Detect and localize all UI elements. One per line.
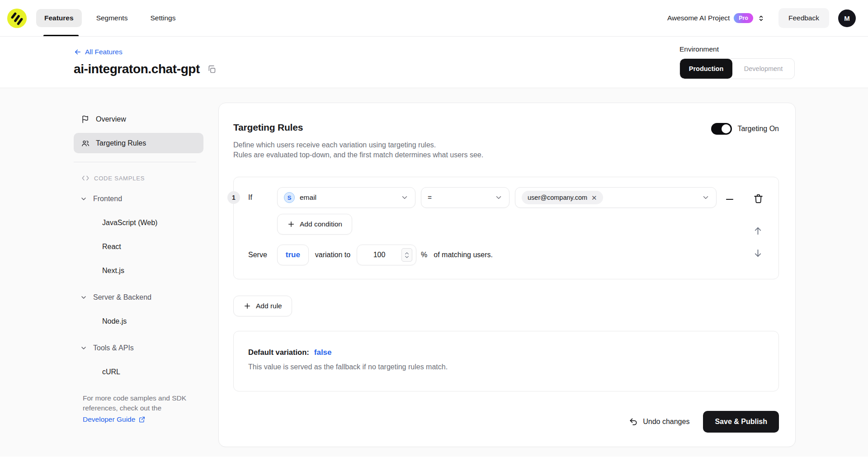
sidebar-item-overview[interactable]: Overview bbox=[74, 109, 203, 129]
delete-rule-button[interactable] bbox=[751, 191, 766, 206]
primary-tabs: Features Segments Settings bbox=[36, 9, 184, 27]
serve-middle-text: variation to bbox=[315, 251, 350, 259]
user-avatar[interactable]: M bbox=[838, 9, 856, 27]
project-switcher[interactable]: Awesome AI Project Pro bbox=[667, 13, 765, 23]
nav-right: Awesome AI Project Pro Feedback M bbox=[667, 8, 856, 28]
sidebar: Overview Targeting Rules CODE SAMPLES bbox=[74, 109, 203, 424]
add-condition-button[interactable]: Add condition bbox=[277, 214, 352, 235]
remove-condition-button[interactable] bbox=[722, 192, 737, 207]
rule-card: 1 If S email = u bbox=[233, 177, 779, 279]
default-variation-description: This value is served as the fallback if … bbox=[248, 363, 764, 371]
value-tag: user@company.com ✕ bbox=[522, 191, 603, 204]
environment-development[interactable]: Development bbox=[732, 59, 794, 79]
number-stepper[interactable] bbox=[401, 248, 412, 262]
undo-changes-button[interactable]: Undo changes bbox=[629, 417, 689, 426]
arrow-left-icon bbox=[74, 48, 82, 56]
tab-features[interactable]: Features bbox=[36, 9, 82, 27]
users-icon bbox=[81, 139, 90, 148]
serve-row: Serve true variation to 100 % of matchin… bbox=[248, 245, 778, 265]
environment-label: Environment bbox=[679, 45, 795, 53]
move-rule-up-button[interactable] bbox=[751, 224, 765, 238]
if-label: If bbox=[248, 193, 277, 202]
default-variation-card: Default variation: false This value is s… bbox=[233, 331, 779, 391]
developer-guide-link[interactable]: Developer Guide bbox=[83, 415, 146, 424]
chevron-down-icon bbox=[80, 195, 87, 203]
environment-toggle: Production Development bbox=[679, 58, 795, 79]
sidebar-footer-note: For more code samples and SDK references… bbox=[74, 393, 203, 424]
attribute-select[interactable]: S email bbox=[277, 187, 415, 208]
top-nav: Features Segments Settings Awesome AI Pr… bbox=[0, 0, 868, 37]
chevron-down-icon bbox=[495, 193, 503, 202]
plus-icon bbox=[287, 220, 295, 228]
chevron-down-icon bbox=[702, 193, 710, 202]
toggle-knob bbox=[722, 124, 731, 133]
feedback-button[interactable]: Feedback bbox=[778, 8, 829, 28]
panel-description: Define which users receive each variatio… bbox=[233, 140, 483, 160]
chevron-down-icon bbox=[80, 344, 87, 352]
serve-suffix-text: of matching users. bbox=[434, 251, 493, 259]
active-tab-indicator bbox=[43, 35, 79, 36]
default-variation-value[interactable]: false bbox=[314, 348, 332, 357]
percentage-value: 100 bbox=[357, 251, 401, 259]
feature-title: ai-integraton.chat-gpt bbox=[74, 62, 200, 76]
content-area: Overview Targeting Rules CODE SAMPLES bbox=[0, 88, 868, 457]
sidebar-group-server-backend[interactable]: Server & Backend bbox=[74, 285, 203, 309]
sidebar-item-curl[interactable]: cURL bbox=[74, 360, 203, 384]
environment-switcher: Environment Production Development bbox=[679, 45, 795, 79]
operator-select[interactable]: = bbox=[421, 187, 509, 208]
sidebar-item-nodejs[interactable]: Node.js bbox=[74, 309, 203, 333]
percentage-input[interactable]: 100 bbox=[357, 245, 416, 265]
tab-segments[interactable]: Segments bbox=[88, 9, 136, 27]
sidebar-item-targeting-rules[interactable]: Targeting Rules bbox=[74, 133, 203, 153]
code-samples-heading: CODE SAMPLES bbox=[74, 170, 203, 187]
string-type-icon: S bbox=[284, 192, 295, 203]
feature-header: All Features ai-integraton.chat-gpt Envi… bbox=[0, 37, 868, 88]
project-name: Awesome AI Project bbox=[667, 14, 730, 22]
plan-badge: Pro bbox=[734, 13, 753, 23]
variation-select[interactable]: true bbox=[277, 245, 309, 265]
condition-row: If S email = user@company.com bbox=[248, 187, 778, 208]
move-rule-down-button[interactable] bbox=[751, 246, 765, 260]
sidebar-group-frontend[interactable]: Frontend bbox=[74, 187, 203, 211]
external-link-icon bbox=[138, 416, 146, 423]
chevron-down-icon bbox=[401, 193, 409, 202]
code-icon bbox=[81, 174, 90, 182]
back-to-all-features-link[interactable]: All Features bbox=[74, 48, 123, 56]
environment-production[interactable]: Production bbox=[680, 59, 732, 79]
rule-index-badge: 1 bbox=[227, 191, 240, 204]
sidebar-group-tools-apis[interactable]: Tools & APIs bbox=[74, 336, 203, 360]
panel-heading-block: Targeting Rules Define which users recei… bbox=[233, 122, 483, 160]
attribute-value: email bbox=[300, 193, 316, 202]
sidebar-item-react[interactable]: React bbox=[74, 235, 203, 259]
plus-icon bbox=[243, 302, 251, 310]
tab-settings[interactable]: Settings bbox=[142, 9, 184, 27]
value-multiselect[interactable]: user@company.com ✕ bbox=[515, 187, 717, 208]
undo-icon bbox=[629, 417, 638, 426]
panel-footer: Undo changes Save & Publish bbox=[233, 411, 779, 433]
sidebar-item-javascript-web[interactable]: JavaScript (Web) bbox=[74, 211, 203, 235]
sidebar-item-nextjs[interactable]: Next.js bbox=[74, 259, 203, 283]
default-variation-label: Default variation: bbox=[248, 348, 309, 357]
serve-label: Serve bbox=[248, 251, 267, 259]
targeting-toggle-wrap: Targeting On bbox=[711, 123, 779, 135]
panel-title: Targeting Rules bbox=[233, 122, 483, 133]
targeting-toggle-label: Targeting On bbox=[737, 125, 779, 133]
chevron-down-icon bbox=[80, 294, 87, 301]
sidebar-divider bbox=[74, 162, 196, 162]
app-logo-icon[interactable] bbox=[7, 8, 27, 28]
operator-value: = bbox=[428, 193, 432, 202]
targeting-toggle[interactable] bbox=[711, 123, 732, 135]
percent-sign: % bbox=[421, 251, 427, 259]
remove-tag-icon[interactable]: ✕ bbox=[591, 194, 597, 201]
feature-header-left: All Features ai-integraton.chat-gpt bbox=[74, 48, 217, 76]
chevron-up-down-icon bbox=[757, 14, 765, 22]
save-publish-button[interactable]: Save & Publish bbox=[703, 411, 779, 433]
flag-icon bbox=[81, 115, 90, 124]
copy-icon[interactable] bbox=[207, 65, 217, 74]
targeting-rules-panel: Targeting Rules Define which users recei… bbox=[218, 103, 796, 447]
add-rule-button[interactable]: Add rule bbox=[233, 296, 292, 316]
